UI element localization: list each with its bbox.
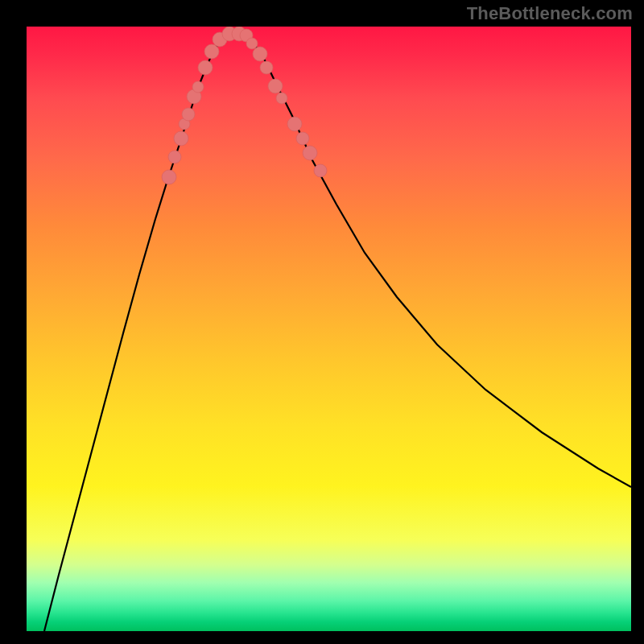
dots-layer: [162, 27, 327, 184]
sample-dot: [162, 170, 176, 184]
bottleneck-curve: [44, 34, 631, 631]
sample-dot: [174, 131, 188, 146]
sample-dot: [192, 81, 204, 93]
chart-svg: [27, 27, 631, 631]
sample-dot: [204, 44, 219, 59]
curve-layer: [44, 34, 631, 631]
sample-dot: [246, 38, 258, 49]
sample-dot: [276, 93, 287, 104]
watermark-text: TheBottleneck.com: [467, 3, 633, 24]
sample-dot: [253, 47, 267, 61]
sample-dot: [168, 151, 181, 163]
sample-dot: [303, 146, 317, 160]
chart-frame: TheBottleneck.com: [0, 0, 644, 644]
sample-dot: [198, 60, 213, 75]
sample-dot: [314, 164, 327, 177]
sample-dot: [287, 117, 302, 131]
sample-dot: [260, 61, 273, 74]
plot-area: [27, 27, 631, 631]
sample-dot: [182, 108, 195, 121]
sample-dot: [296, 132, 309, 145]
sample-dot: [268, 79, 283, 93]
